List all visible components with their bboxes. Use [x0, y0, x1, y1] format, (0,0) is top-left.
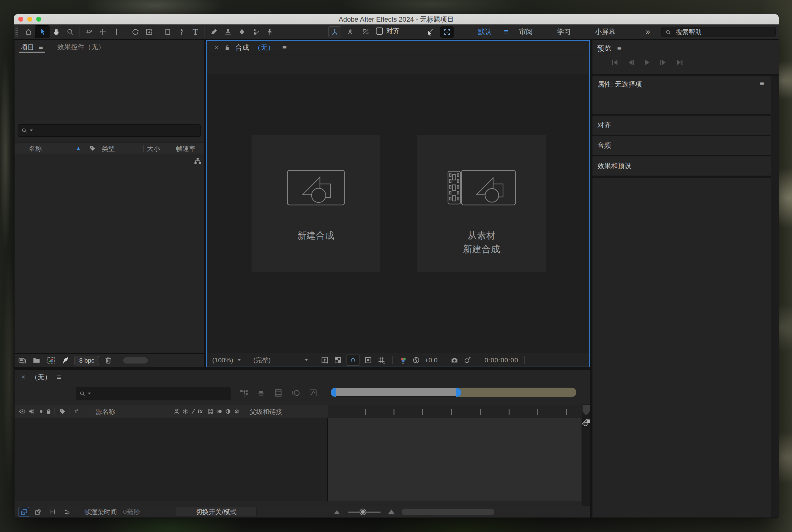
fast-preview-icon[interactable] — [320, 356, 329, 364]
bit-depth-button[interactable]: 8 bpc — [75, 356, 99, 365]
snap-checkbox[interactable] — [376, 27, 383, 35]
channels-icon[interactable] — [399, 356, 407, 364]
panel-menu-icon[interactable]: ≡ — [617, 45, 622, 52]
audio-panel-header[interactable]: 音频 — [592, 136, 771, 155]
current-timecode[interactable]: 0:00:00:00 — [484, 356, 518, 364]
eraser-tool[interactable] — [235, 26, 249, 38]
timeline-search-box[interactable] — [76, 387, 231, 400]
panel-menu-icon[interactable]: ≡ — [57, 374, 61, 381]
quality-icon[interactable] — [190, 407, 197, 416]
region-of-interest-icon[interactable] — [364, 356, 372, 364]
orbit-camera-tool[interactable] — [82, 26, 96, 38]
transparency-grid-icon[interactable] — [333, 356, 342, 364]
zoom-slider-knob[interactable] — [360, 509, 366, 515]
last-frame-button[interactable] — [675, 59, 684, 66]
new-folder-icon[interactable] — [32, 356, 41, 365]
rectangle-tool[interactable] — [161, 26, 174, 38]
workspace-tab-small-screen[interactable]: 小屏幕 — [595, 24, 615, 39]
effects-presets-panel-header[interactable]: 效果和预设 — [592, 156, 771, 176]
timeline-navigator-bar[interactable] — [331, 388, 576, 397]
resolution-dropdown[interactable]: (完整) — [253, 356, 271, 364]
clone-stamp-tool[interactable] — [221, 26, 235, 38]
navigator-end-handle[interactable] — [456, 388, 461, 397]
shy-switch-icon[interactable] — [173, 407, 180, 416]
video-eye-icon[interactable] — [18, 407, 26, 416]
toolbar-grip-handle[interactable] — [16, 26, 18, 37]
lock-icon[interactable] — [45, 407, 52, 416]
column-index[interactable]: # — [75, 407, 78, 415]
pan-behind-anchor-tool[interactable] — [142, 26, 156, 38]
fx-switch-icon[interactable]: fx — [198, 407, 203, 415]
previous-frame-button[interactable] — [626, 59, 636, 66]
timeline-horizontal-scrollbar[interactable] — [402, 509, 494, 515]
workspace-tab-learn[interactable]: 学习 — [557, 24, 571, 39]
comp-button-icon[interactable] — [581, 417, 591, 426]
sort-ascending-icon[interactable]: ▲ — [76, 145, 81, 151]
snap-cursor-button[interactable] — [423, 26, 437, 38]
interpret-footage-icon[interactable] — [18, 356, 27, 365]
frame-blend-switch-icon[interactable] — [207, 407, 215, 416]
grid-guides-options-icon[interactable] — [377, 356, 386, 364]
column-name[interactable]: 名称 — [29, 144, 42, 153]
roto-brush-tool[interactable] — [249, 26, 263, 38]
home-tool[interactable] — [21, 26, 35, 38]
workspace-menu-icon[interactable]: ≡ — [504, 24, 508, 39]
workspace-tab-review[interactable]: 审阅 — [519, 24, 533, 39]
help-search-box[interactable] — [661, 27, 776, 37]
project-search-box[interactable] — [18, 124, 201, 137]
align-panel-header[interactable]: 对齐 — [592, 116, 771, 135]
zoom-out-mountain-icon[interactable] — [334, 510, 340, 514]
help-search-input[interactable] — [675, 28, 772, 36]
search-options-caret-icon[interactable] — [88, 393, 91, 395]
close-window-button[interactable] — [18, 17, 23, 22]
inout-panes-toggle[interactable] — [47, 507, 57, 516]
motion-blur-icon[interactable] — [291, 388, 300, 398]
fullscreen-window-button[interactable] — [36, 17, 41, 22]
new-composition-card[interactable]: 新建合成 — [252, 135, 380, 272]
close-tab-icon[interactable]: × — [21, 373, 25, 381]
motion-blur-switch-icon[interactable] — [216, 407, 223, 416]
zoom-in-mountain-icon[interactable] — [388, 509, 395, 514]
quill-icon[interactable] — [61, 356, 70, 365]
adjustment-layer-icon[interactable] — [224, 407, 232, 416]
rotation-tool[interactable] — [128, 26, 142, 38]
label-tag-icon[interactable] — [89, 145, 96, 152]
exposure-value[interactable]: +0.0 — [425, 356, 438, 364]
timeline-zoom-slider[interactable] — [348, 512, 381, 513]
minimize-window-button[interactable] — [27, 17, 32, 22]
solo-icon[interactable] — [37, 407, 45, 416]
play-button[interactable] — [643, 59, 652, 66]
shy-layers-icon[interactable] — [256, 388, 266, 398]
type-tool[interactable]: T — [188, 26, 202, 38]
magnification-dropdown[interactable]: (100%) — [212, 356, 233, 364]
column-frame-rate[interactable]: 帧速率 — [176, 144, 196, 153]
label-tag-icon[interactable] — [58, 407, 67, 416]
column-type[interactable]: 类型 — [102, 144, 115, 153]
close-tab-icon[interactable]: × — [215, 43, 219, 52]
world-axis-mode-button[interactable] — [344, 26, 357, 37]
dolly-camera-tool[interactable] — [110, 26, 124, 38]
show-snapshot-icon[interactable] — [463, 356, 472, 364]
brush-tool[interactable] — [207, 26, 221, 38]
timeline-navigator-view-span[interactable] — [331, 388, 461, 397]
exposure-shutter-icon[interactable] — [412, 356, 420, 364]
trash-icon[interactable] — [104, 356, 113, 365]
audio-speaker-icon[interactable] — [27, 407, 36, 416]
search-options-caret-icon[interactable] — [30, 130, 33, 131]
time-ruler[interactable] — [328, 405, 582, 418]
graph-editor-icon[interactable] — [309, 388, 318, 398]
composition-mini-flowchart-icon[interactable] — [239, 388, 248, 398]
frame-blending-icon[interactable] — [274, 388, 283, 398]
tab-project[interactable]: 项目 ≡ — [21, 40, 43, 54]
timeline-tab-label[interactable]: （无） — [31, 373, 51, 382]
composition-tab[interactable]: × 合成 （无） ≡ — [207, 41, 589, 54]
project-horizontal-scrollbar[interactable] — [123, 357, 148, 363]
column-size[interactable]: 大小 — [147, 144, 160, 153]
collapse-transformations-icon[interactable] — [182, 407, 189, 416]
selection-tool[interactable] — [35, 26, 49, 38]
mask-visibility-toggle[interactable] — [347, 355, 360, 365]
project-flowchart-icon[interactable] — [194, 156, 202, 165]
new-composition-from-footage-card[interactable]: 从素材 新建合成 — [417, 135, 546, 272]
resolution-caret-icon[interactable] — [305, 359, 308, 361]
3d-layer-cube-icon[interactable] — [233, 407, 240, 416]
